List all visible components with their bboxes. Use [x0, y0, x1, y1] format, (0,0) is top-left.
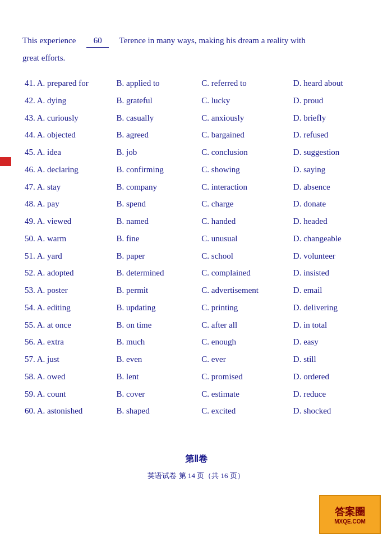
- question-option-d: D. insisted: [291, 264, 370, 282]
- question-option-d: D. email: [291, 282, 370, 299]
- question-option-b: B. agreed: [114, 126, 200, 144]
- question-option-c: C. after all: [199, 316, 291, 334]
- question-option-c: C. printing: [199, 299, 291, 316]
- question-option-a: 59. A. count: [22, 385, 114, 403]
- question-option-d: D. in total: [291, 316, 370, 334]
- side-stamp: 答案圈: [0, 157, 11, 166]
- question-option-d: D. suggestion: [291, 144, 370, 161]
- question-option-c: C. showing: [199, 161, 291, 178]
- question-option-a: 45. A. idea: [22, 144, 114, 161]
- question-option-d: D. saying: [291, 161, 370, 178]
- question-option-a: 60. A. astonished: [22, 402, 114, 420]
- table-row: 53. A. posterB. permitC. advertisementD.…: [22, 282, 370, 299]
- question-option-c: C. conclusion: [199, 144, 291, 161]
- question-option-d: D. delivering: [291, 299, 370, 316]
- question-option-c: C. ever: [199, 351, 291, 368]
- question-option-b: B. applied to: [114, 75, 200, 92]
- question-option-a: 55. A. at once: [22, 316, 114, 334]
- question-option-b: B. company: [114, 178, 200, 196]
- question-option-a: 57. A. just: [22, 351, 114, 368]
- table-row: 46. A. declaringB. confirmingC. showingD…: [22, 161, 370, 178]
- question-option-b: B. cover: [114, 385, 200, 403]
- table-row: 60. A. astonishedB. shapedC. excitedD. s…: [22, 402, 370, 420]
- question-option-a: 42. A. dying: [22, 92, 114, 109]
- question-option-c: C. promised: [199, 368, 291, 385]
- question-option-c: C. lucky: [199, 92, 291, 109]
- question-option-b: B. grateful: [114, 92, 200, 109]
- table-row: 45. A. ideaB. jobC. conclusionD. suggest…: [22, 144, 370, 161]
- footer-text: 英语试卷 第 14 页（共 16 页）: [22, 471, 370, 481]
- question-option-d: D. still: [291, 351, 370, 368]
- question-option-d: D. heard about: [291, 75, 370, 92]
- question-option-b: B. much: [114, 333, 200, 351]
- intro-prefix: This experience: [22, 36, 76, 45]
- question-option-c: C. interaction: [199, 178, 291, 196]
- question-option-c: C. advertisement: [199, 282, 291, 299]
- table-row: 44. A. objectedB. agreedC. bargainedD. r…: [22, 126, 370, 144]
- question-option-c: C. excited: [199, 402, 291, 420]
- table-row: 50. A. warmB. fineC. unusualD. changeabl…: [22, 230, 370, 247]
- table-row: 57. A. justB. evenC. everD. still: [22, 351, 370, 368]
- question-option-c: C. bargained: [199, 126, 291, 144]
- table-row: 43. A. curiouslyB. casuallyC. anxiouslyD…: [22, 109, 370, 127]
- question-option-d: D. reduce: [291, 385, 370, 403]
- question-option-d: D. absence: [291, 178, 370, 196]
- table-row: 48. A. payB. spendC. chargeD. donate: [22, 195, 370, 213]
- question-option-a: 58. A. owed: [22, 368, 114, 385]
- question-option-b: B. fine: [114, 230, 200, 247]
- question-option-b: B. paper: [114, 247, 200, 265]
- table-row: 51. A. yardB. paperC. schoolD. volunteer: [22, 247, 370, 265]
- question-option-b: B. shaped: [114, 402, 200, 420]
- table-row: 52. A. adoptedB. determinedC. complained…: [22, 264, 370, 282]
- question-option-a: 56. A. extra: [22, 333, 114, 351]
- question-option-d: D. proud: [291, 92, 370, 109]
- table-row: 59. A. countB. coverC. estimateD. reduce: [22, 385, 370, 403]
- table-row: 55. A. at onceB. on timeC. after allD. i…: [22, 316, 370, 334]
- question-option-c: C. unusual: [199, 230, 291, 247]
- question-option-d: D. donate: [291, 195, 370, 213]
- question-option-a: 46. A. declaring: [22, 161, 114, 178]
- great-efforts-text: great efforts.: [22, 51, 370, 65]
- question-option-d: D. changeable: [291, 230, 370, 247]
- question-option-b: B. permit: [114, 282, 200, 299]
- table-row: 58. A. owedB. lentC. promisedD. ordered: [22, 368, 370, 385]
- watermark-top: 答案圈: [335, 505, 365, 518]
- question-option-b: B. spend: [114, 195, 200, 213]
- question-option-c: C. enough: [199, 333, 291, 351]
- watermark-badge: 答案圈 MXQE.COM: [319, 495, 381, 534]
- question-option-d: D. refused: [291, 126, 370, 144]
- question-option-a: 51. A. yard: [22, 247, 114, 265]
- intro-paragraph: This experience 60 Terence in many ways,…: [22, 34, 370, 48]
- table-row: 42. A. dyingB. gratefulC. luckyD. proud: [22, 92, 370, 109]
- question-option-a: 52. A. adopted: [22, 264, 114, 282]
- question-option-b: B. even: [114, 351, 200, 368]
- question-option-c: C. referred to: [199, 75, 291, 92]
- question-option-b: B. on time: [114, 316, 200, 334]
- watermark-bottom: MXQE.COM: [334, 518, 366, 525]
- question-option-d: D. easy: [291, 333, 370, 351]
- question-option-c: C. charge: [199, 195, 291, 213]
- question-option-b: B. determined: [114, 264, 200, 282]
- question-option-a: 43. A. curiously: [22, 109, 114, 127]
- page: 答案圈 This experience 60 Terence in many w…: [0, 0, 392, 551]
- question-option-a: 54. A. editing: [22, 299, 114, 316]
- question-option-b: B. casually: [114, 109, 200, 127]
- question-option-d: D. headed: [291, 213, 370, 230]
- blank-underline: 60: [78, 36, 117, 45]
- section-ii-title: 第Ⅱ卷: [22, 453, 370, 465]
- questions-table: 41. A. prepared forB. applied toC. refer…: [22, 75, 370, 420]
- question-option-a: 49. A. viewed: [22, 213, 114, 230]
- question-option-b: B. named: [114, 213, 200, 230]
- question-option-c: C. estimate: [199, 385, 291, 403]
- question-option-b: B. confirming: [114, 161, 200, 178]
- question-option-a: 44. A. objected: [22, 126, 114, 144]
- intro-suffix: Terence in many ways, making his dream a…: [119, 36, 306, 45]
- question-option-b: B. lent: [114, 368, 200, 385]
- question-option-a: 50. A. warm: [22, 230, 114, 247]
- question-option-a: 41. A. prepared for: [22, 75, 114, 92]
- question-option-c: C. handed: [199, 213, 291, 230]
- question-option-c: C. school: [199, 247, 291, 265]
- question-option-d: D. briefly: [291, 109, 370, 127]
- table-row: 47. A. stayB. companyC. interactionD. ab…: [22, 178, 370, 196]
- question-option-c: C. complained: [199, 264, 291, 282]
